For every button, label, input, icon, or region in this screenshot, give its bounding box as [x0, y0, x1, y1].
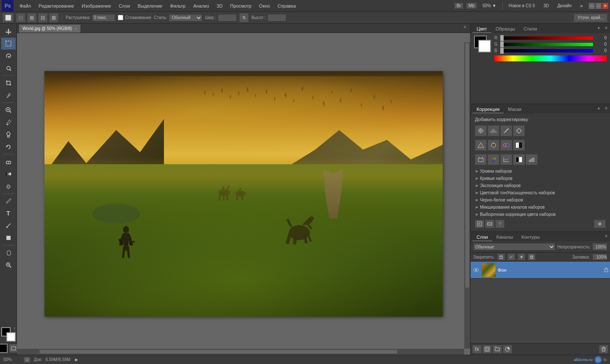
posterize-icon[interactable]: [526, 154, 538, 165]
maximize-button[interactable]: □: [596, 3, 602, 9]
clone-stamp-tool[interactable]: [1, 129, 16, 141]
zoom-display[interactable]: 50%: [3, 357, 20, 362]
layer-item-background[interactable]: Фон: [471, 262, 610, 279]
menu-help[interactable]: Справка: [274, 3, 299, 9]
lock-all-btn[interactable]: [528, 254, 535, 260]
menu-analysis[interactable]: Анализ: [190, 3, 212, 9]
add-mask-btn[interactable]: [482, 345, 492, 353]
color-panel-menu-icon[interactable]: ≡: [605, 25, 607, 30]
tab-close-button[interactable]: ×: [75, 27, 77, 31]
feather-input[interactable]: [92, 14, 115, 22]
path-selection-tool[interactable]: [1, 220, 16, 232]
swap-dimensions-btn[interactable]: ⇅: [239, 13, 249, 22]
anti-alias-checkbox[interactable]: [118, 15, 123, 20]
refine-edge-button[interactable]: Уточн. край...: [574, 14, 607, 22]
layer-mode-select[interactable]: Обычные: [473, 243, 555, 251]
tool-preset-picker[interactable]: ⬜: [3, 13, 14, 22]
style-select[interactable]: Обычный: [169, 14, 202, 22]
color-balance-icon[interactable]: [500, 140, 512, 151]
mini-bridge-button[interactable]: Mb: [466, 3, 477, 8]
menu-image[interactable]: Изображение: [78, 3, 114, 9]
add-layer-style-btn[interactable]: fx: [472, 345, 482, 353]
layers-panel-menu-icon[interactable]: ≡: [605, 234, 607, 238]
create-adj-layer-btn[interactable]: [503, 345, 512, 353]
blur-tool[interactable]: [1, 180, 16, 192]
exposure-icon[interactable]: [513, 125, 525, 136]
status-arrow-btn[interactable]: ▶: [74, 357, 80, 363]
zoom-level[interactable]: 50% ▼: [480, 3, 499, 9]
adj-expand-icon[interactable]: [485, 220, 494, 228]
fill-input[interactable]: [592, 254, 607, 260]
gradient-tool[interactable]: [1, 168, 16, 180]
move-tool[interactable]: [1, 25, 16, 37]
menu-3d[interactable]: 3D: [213, 3, 226, 9]
subtract-selection-btn[interactable]: ⊟: [38, 13, 47, 22]
create-group-btn[interactable]: [493, 345, 502, 353]
more-workspaces-icon[interactable]: »: [577, 2, 585, 10]
green-slider[interactable]: [500, 43, 593, 46]
vibrance-icon[interactable]: [475, 140, 487, 151]
zoom-indicator-btn[interactable]: [24, 357, 30, 363]
photo-filter-icon[interactable]: [475, 154, 487, 165]
tab-correction[interactable]: Коррекция: [472, 106, 504, 113]
adj-item-2[interactable]: ▶ Экспозиция наборов: [472, 182, 608, 189]
hand-tool[interactable]: [1, 247, 16, 259]
tab-color[interactable]: Цвет: [472, 25, 491, 33]
bg-swatch[interactable]: [478, 40, 491, 52]
tab-swatches[interactable]: Образцы: [491, 25, 519, 33]
adj-item-5[interactable]: ▶ Микширование каналов наборов: [472, 204, 608, 211]
adj-clip-icon[interactable]: [475, 220, 484, 228]
adj-item-4[interactable]: ▶ Черно-белое наборов: [472, 196, 608, 204]
channel-mixer-icon[interactable]: [488, 154, 499, 165]
text-tool[interactable]: T: [1, 207, 16, 219]
blue-slider[interactable]: [500, 49, 593, 52]
menu-window[interactable]: Окно: [256, 3, 274, 9]
tab-scroll-right[interactable]: »: [463, 25, 466, 29]
history-brush-tool[interactable]: [1, 141, 16, 153]
height-input[interactable]: [267, 14, 286, 22]
shape-tool[interactable]: [1, 232, 16, 244]
color-selector[interactable]: ↕: [1, 327, 16, 342]
adj-item-0[interactable]: ▶ Уровни наборов: [472, 168, 608, 175]
crop-tool[interactable]: [1, 77, 16, 89]
quick-select-tool[interactable]: [1, 62, 16, 74]
mask-overlay-btn[interactable]: [0, 344, 8, 353]
adj-panel-menu-icon[interactable]: ≡: [605, 106, 607, 110]
brush-tool[interactable]: [1, 116, 16, 128]
menu-file[interactable]: Файл: [16, 3, 34, 9]
document-tab[interactable]: World.jpg @ 50% (RGB/8) ×: [19, 24, 81, 33]
swap-colors-icon[interactable]: ↕: [14, 326, 16, 330]
canvas-viewport[interactable]: 𝄞 𝄞 𝄞 𝄞 𝄞 𝄞 𝄞 𝄞 𝄞 𝄞 𝄞 𝄞 𝄞 𝄞 𝄞 𝄞: [17, 33, 470, 355]
close-button[interactable]: ✕: [602, 3, 608, 9]
tab-layers[interactable]: Слои: [472, 234, 492, 241]
opacity-input[interactable]: [592, 243, 607, 251]
adj-item-6[interactable]: ▶ Выборочная коррекция цвета наборов: [472, 211, 608, 218]
adj-item-1[interactable]: ▶ Кривые наборов: [472, 175, 608, 182]
tab-masks[interactable]: Маски: [504, 106, 526, 113]
add-selection-btn[interactable]: ⊞: [27, 13, 36, 22]
color-panel-collapse[interactable]: ▲: [597, 25, 601, 30]
levels-icon[interactable]: [488, 125, 499, 136]
adj-item-3[interactable]: ▶ Цветовой тон/Насыщенность наборов: [472, 189, 608, 196]
black-white-icon[interactable]: [513, 140, 525, 151]
lasso-tool[interactable]: [1, 50, 16, 62]
menu-select[interactable]: Выделение: [134, 3, 166, 9]
bridge-button[interactable]: Br: [455, 3, 463, 8]
menu-design-workspace[interactable]: Дизайн: [555, 3, 574, 9]
menu-layers[interactable]: Слои: [115, 3, 133, 9]
spot-healing-tool[interactable]: [1, 104, 16, 116]
zoom-tool[interactable]: [1, 259, 16, 271]
color-spectrum[interactable]: [494, 55, 607, 61]
tab-channels[interactable]: Каналы: [492, 234, 517, 241]
new-in-cs5[interactable]: Новое в CS 5: [506, 3, 538, 9]
lock-position-btn[interactable]: [518, 254, 525, 260]
menu-edit[interactable]: Редактирование: [35, 3, 78, 9]
curves-icon[interactable]: [500, 125, 512, 136]
color-lookup-icon[interactable]: [500, 154, 512, 165]
brightness-contrast-icon[interactable]: [475, 125, 487, 136]
horizontal-scrollbar[interactable]: [17, 349, 464, 355]
adj-info-icon[interactable]: ?: [495, 220, 505, 228]
menu-view[interactable]: Просмотр: [227, 3, 255, 9]
new-selection-btn[interactable]: □: [16, 13, 25, 22]
adj-panel-collapse[interactable]: ▲: [597, 106, 601, 110]
